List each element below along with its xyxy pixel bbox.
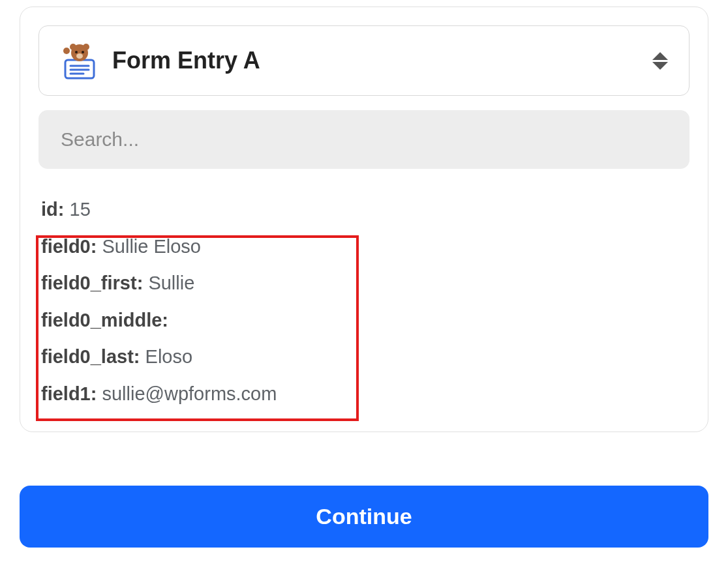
entry-field-label: field1: (41, 383, 97, 404)
form-selector-left: Form Entry A (60, 42, 260, 80)
svg-point-9 (76, 53, 83, 59)
svg-point-7 (75, 51, 78, 53)
entry-field-label: field0: (41, 236, 97, 257)
entry-id-value: 15 (70, 199, 91, 220)
entry-id-label: id: (41, 199, 64, 220)
entry-field-label: field0_middle: (41, 310, 168, 330)
form-entry-card: Form Entry A id: 15 field0: Sullie Eloso… (20, 7, 708, 432)
search-input[interactable] (61, 128, 667, 151)
entry-field-value: Eloso (145, 346, 193, 367)
sort-icon (652, 52, 668, 70)
entry-field-value: sullie@wpforms.com (102, 383, 277, 404)
form-selector[interactable]: Form Entry A (38, 25, 690, 96)
svg-point-6 (83, 44, 89, 50)
form-selector-title: Form Entry A (112, 47, 260, 74)
entry-field-row: field0_middle: (41, 302, 687, 339)
wpforms-logo-icon (60, 42, 98, 80)
svg-point-5 (70, 44, 76, 50)
entry-field-row: field1: sullie@wpforms.com (41, 375, 687, 413)
entry-field-label: field0_last: (41, 346, 140, 367)
entry-id-row: id: 15 (41, 191, 687, 228)
entry-field-value: Sullie Eloso (102, 236, 201, 257)
svg-point-8 (82, 51, 84, 53)
entry-data: id: 15 field0: Sullie Eloso field0_first… (38, 191, 690, 416)
svg-point-10 (63, 48, 70, 54)
entry-field-label: field0_first: (41, 272, 143, 293)
search-container (38, 110, 690, 169)
entry-field-value: Sullie (148, 272, 194, 293)
entry-field-row: field0: Sullie Eloso (41, 228, 687, 265)
continue-button[interactable]: Continue (20, 486, 708, 548)
entry-field-row: field0_last: Eloso (41, 338, 687, 375)
entry-field-row: field0_first: Sullie (41, 265, 687, 302)
